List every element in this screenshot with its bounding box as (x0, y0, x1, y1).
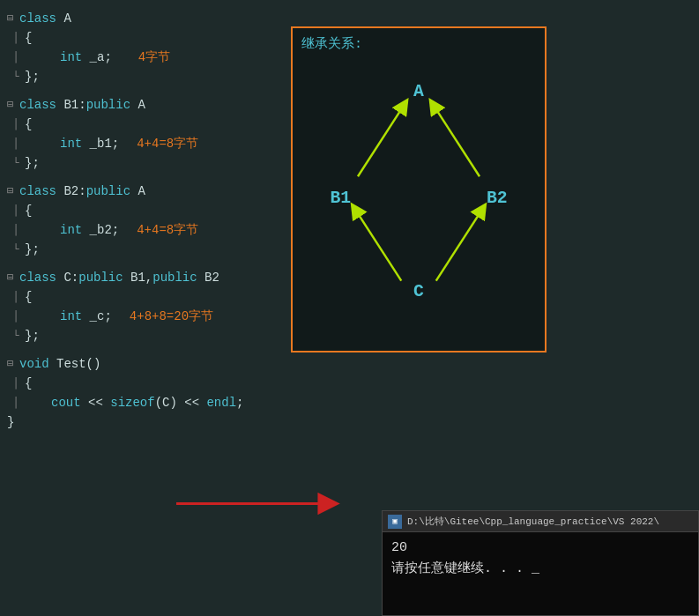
red-arrow (176, 484, 344, 523)
brace-open-a: { (25, 28, 32, 48)
svg-text:C: C (413, 282, 424, 301)
class-a-line: ⊟ class A (0, 9, 699, 28)
class-b1-parent: A (138, 95, 145, 115)
op-shift1: << (88, 393, 110, 412)
brace-close-b1: }; (25, 153, 40, 173)
svg-line-2 (434, 105, 480, 176)
class-c-parent1: B1, (130, 268, 152, 287)
void-keyword: void (19, 354, 56, 374)
var-a: _a; (90, 48, 112, 67)
size-b1: 4+4=8字节 (137, 134, 198, 153)
public-kw-b2: public (86, 182, 138, 201)
class-b2-name: B2: (63, 182, 86, 201)
size-b2: 4+4=8字节 (137, 220, 198, 240)
public-kw-c1: public (78, 268, 130, 287)
line-sym9: └ (7, 240, 25, 259)
collapse-icon-c[interactable]: ⊟ (7, 268, 19, 287)
size-a: 4字节 (138, 48, 170, 67)
svg-text:A: A (413, 82, 424, 101)
int-keyword-a: int (60, 48, 90, 67)
size-c: 4+8+8=20字节 (130, 307, 213, 326)
class-b2-parent: A (138, 182, 145, 201)
var-b2: _b2; (90, 220, 120, 240)
svg-line-4 (436, 210, 482, 281)
line-sym7: │ (7, 201, 25, 220)
public-kw-b1: public (86, 95, 138, 115)
public-kw-c2: public (152, 268, 204, 287)
semicolon: ; (236, 393, 243, 412)
sizeof-keyword: sizeof (110, 393, 154, 412)
func-close: } (0, 412, 699, 432)
brace-close-c: }; (25, 326, 40, 345)
endl-keyword: endl (206, 393, 236, 412)
line-sym4: │ (7, 115, 25, 134)
svg-text:B1: B1 (330, 189, 351, 208)
brace-close-a: }; (25, 67, 40, 86)
class-b1-name: B1: (63, 95, 86, 115)
var-b1: _b1; (90, 134, 120, 153)
diagram-svg: A B1 B2 C (293, 28, 545, 351)
svg-line-1 (358, 105, 404, 176)
collapse-icon-test[interactable]: ⊟ (7, 354, 19, 374)
terminal-window: ▣ D:\比特\Gitee\Cpp_language_practice\VS 2… (382, 510, 699, 616)
svg-text:B2: B2 (487, 189, 508, 208)
brace-open-b1: { (25, 115, 32, 134)
line-sym5: │ (7, 134, 25, 153)
class-a-name: A (63, 9, 71, 28)
terminal-titlebar: ▣ D:\比特\Gitee\Cpp_language_practice\VS 2… (383, 511, 698, 532)
class-c-parent2: B2 (204, 268, 219, 287)
collapse-icon[interactable]: ⊟ (7, 9, 19, 28)
terminal-title: D:\比特\Gitee\Cpp_language_practice\VS 202… (407, 515, 659, 528)
collapse-icon-b1[interactable]: ⊟ (7, 95, 19, 115)
terminal-icon: ▣ (388, 515, 402, 529)
line-sym13: │ (7, 374, 25, 393)
brace-open-func: { (25, 374, 32, 393)
diagram-box: 继承关系: A B1 B2 C (291, 26, 547, 353)
brace-close-b2: }; (25, 240, 40, 259)
line-sym6: └ (7, 153, 25, 173)
collapse-icon-b2[interactable]: ⊟ (7, 182, 19, 201)
line-sym1: │ (7, 28, 25, 48)
line-sym12: └ (7, 326, 25, 345)
terminal-output-2: 请按任意键继续. . . _ (391, 559, 689, 580)
sizeof-arg: (C) << (155, 393, 207, 412)
class-a-keyword: class (19, 9, 63, 28)
int-keyword-c: int (60, 307, 90, 326)
brace-close-func: } (7, 412, 14, 432)
class-c-keyword: class (19, 268, 63, 287)
line-sym11: │ (7, 307, 25, 326)
class-b2-keyword: class (19, 182, 63, 201)
line-sym3: └ (7, 67, 25, 86)
svg-line-3 (355, 210, 401, 281)
terminal-body: 20 请按任意键继续. . . _ (383, 532, 698, 585)
line-sym2: │ (7, 48, 25, 67)
int-keyword-b1: int (60, 134, 90, 153)
brace-open-c: { (25, 287, 32, 307)
class-c-name: C: (63, 268, 78, 287)
func-body-line: │ cout << sizeof(C) << endl; (0, 393, 699, 412)
cout-keyword: cout (51, 393, 88, 412)
int-keyword-b2: int (60, 220, 90, 240)
line-sym14: │ (7, 393, 25, 412)
class-b1-keyword: class (19, 95, 63, 115)
func-test-line: ⊟ void Test() (0, 354, 699, 374)
terminal-output-1: 20 (391, 538, 689, 559)
brace-open-b2: { (25, 201, 32, 220)
func-name: Test() (56, 354, 100, 374)
func-open: │ { (0, 374, 699, 393)
line-sym8: │ (7, 220, 25, 240)
line-sym10: │ (7, 287, 25, 307)
var-c: _c; (90, 307, 112, 326)
